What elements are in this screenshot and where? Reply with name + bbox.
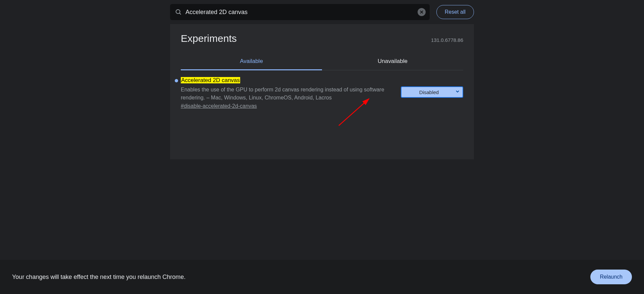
search-input[interactable] — [185, 9, 414, 16]
clear-search-button[interactable] — [418, 8, 426, 16]
version-label: 131.0.6778.86 — [431, 37, 463, 43]
experiments-panel: Experiments 131.0.6778.86 Available Unav… — [170, 24, 474, 159]
flag-state-select[interactable]: Disabled — [401, 86, 463, 98]
search-box[interactable] — [170, 4, 430, 20]
reset-all-button[interactable]: Reset all — [436, 5, 474, 19]
tab-unavailable[interactable]: Unavailable — [322, 53, 463, 70]
flag-select-wrap: Disabled — [401, 77, 463, 98]
page-title: Experiments — [181, 33, 237, 44]
relaunch-button[interactable]: Relaunch — [590, 270, 632, 284]
flag-title: Accelerated 2D canvas — [181, 77, 240, 83]
search-icon — [175, 8, 182, 16]
svg-line-1 — [179, 13, 181, 14]
modified-dot-icon — [175, 79, 178, 82]
footer-message: Your changes will take effect the next t… — [12, 274, 185, 281]
content-scroll-area[interactable]: Experiments 131.0.6778.86 Available Unav… — [0, 24, 644, 294]
top-bar: Reset all — [0, 0, 644, 24]
top-bar-inner: Reset all — [170, 4, 474, 20]
relaunch-footer: Your changes will take effect the next t… — [0, 260, 644, 294]
tab-available[interactable]: Available — [181, 53, 322, 70]
svg-point-0 — [176, 10, 180, 14]
panel-header: Experiments 131.0.6778.86 — [181, 33, 463, 44]
flag-row: Accelerated 2D canvas Enables the use of… — [181, 77, 463, 109]
flag-description: Enables the use of the GPU to perform 2d… — [181, 86, 393, 102]
flag-text: Accelerated 2D canvas Enables the use of… — [181, 77, 393, 109]
close-icon — [420, 10, 424, 14]
flag-anchor-link[interactable]: #disable-accelerated-2d-canvas — [181, 103, 257, 109]
tabs: Available Unavailable — [181, 52, 463, 70]
